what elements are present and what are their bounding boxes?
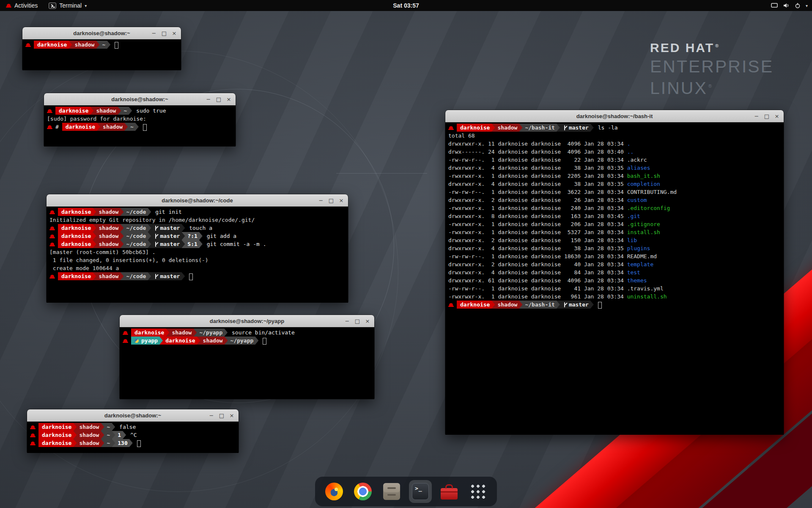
window-titlebar[interactable]: darknoise@shadow:~ − □ ×: [27, 409, 239, 422]
maximize-button[interactable]: □: [217, 411, 226, 420]
close-button[interactable]: ×: [170, 29, 178, 37]
terminal-cursor: [137, 440, 141, 447]
close-button[interactable]: ×: [773, 112, 781, 120]
close-button[interactable]: ×: [337, 196, 346, 204]
terminal-line: darknoiseshadow~/bash-itmaster: [448, 301, 781, 309]
chevron-down-icon: ▾: [85, 3, 87, 8]
rhel-wallpaper-branding: RED HAT® ENTERPRISE LINUX®: [650, 41, 774, 98]
dock-item-toolbox[interactable]: [438, 480, 461, 503]
window-titlebar[interactable]: darknoise@shadow:~/bash-it − □ ×: [445, 110, 784, 122]
firefox-icon: [325, 483, 343, 500]
maximize-button[interactable]: □: [327, 196, 335, 204]
terminal-line: darknoiseshadow~/bash-itmaster ls -la: [448, 124, 781, 132]
system-status-area[interactable]: ▾: [771, 0, 808, 11]
terminal-line: Initialized empty Git repository in /hom…: [49, 216, 345, 224]
window-titlebar[interactable]: darknoise@shadow:~ − □ ×: [22, 27, 181, 39]
close-button[interactable]: ×: [228, 411, 236, 420]
terminal-text: git commit -a -m .: [203, 241, 266, 247]
terminal-content[interactable]: darknoiseshadow~/code git initInitialize…: [47, 207, 348, 303]
git-branch-icon: [562, 125, 567, 130]
wallpaper-line: [336, 173, 427, 174]
app-menu-label: Terminal: [59, 2, 82, 9]
terminal-line: drwxrwxr-x. 2 darknoise darknoise 40 Jan…: [448, 260, 781, 268]
user-segment: darknoise: [55, 107, 93, 115]
terminal-line: drwxrwxr-x. 2 darknoise darknoise 150 Ja…: [448, 236, 781, 244]
terminal-window-sudo: darknoise@shadow:~ − □ × darknoiseshadow…: [44, 93, 236, 146]
activities-button[interactable]: Activities: [4, 0, 39, 11]
terminal-content[interactable]: darknoiseshadow~/bash-itmaster ls -latot…: [445, 122, 784, 435]
maximize-button[interactable]: □: [160, 29, 168, 37]
close-button[interactable]: ×: [363, 317, 372, 325]
git-branch-segment: master: [148, 272, 185, 280]
terminal-line: -rw-rw-r--. 1 darknoise darknoise 41 Jan…: [448, 284, 781, 293]
dock-item-terminal[interactable]: >_: [409, 480, 432, 503]
terminal-text: #: [55, 124, 62, 130]
minimize-button[interactable]: −: [752, 112, 761, 120]
host-segment: shadow: [491, 124, 522, 132]
directory-name: test: [627, 269, 640, 276]
terminal-content[interactable]: darknoiseshadow~: [22, 39, 181, 70]
maximize-button[interactable]: □: [763, 112, 771, 120]
redhat-prompt-icon: [49, 242, 55, 247]
terminal-line: [sudo] password for darknoise:: [47, 115, 233, 123]
window-titlebar[interactable]: darknoise@shadow:~ − □ ×: [44, 93, 236, 105]
terminal-line: # darknoiseshadow~: [47, 123, 233, 131]
maximize-button[interactable]: □: [353, 317, 362, 325]
maximize-button[interactable]: □: [214, 95, 223, 103]
terminal-text: drwxrwxr-x. 8 darknoise darknoise 163 Ja…: [448, 213, 627, 219]
display-icon: [771, 3, 778, 8]
terminal-text: [sudo] password for darknoise:: [47, 116, 146, 122]
window-title: darknoise@shadow:~/pyapp: [210, 318, 284, 324]
terminal-text: drwxrwxr-x. 4 darknoise darknoise 38 Jan…: [448, 245, 627, 251]
window-title: darknoise@shadow:~/code: [162, 197, 233, 204]
redhat-logo-icon: [6, 3, 11, 8]
terminal-line: -rw-rw-r--. 1 darknoise darknoise 18630 …: [448, 252, 781, 260]
user-segment: darknoise: [38, 423, 77, 431]
minimize-button[interactable]: −: [207, 411, 216, 420]
redhat-prompt-icon: [49, 226, 55, 231]
dock-item-files[interactable]: [380, 480, 403, 503]
app-menu-terminal[interactable]: Terminal ▾: [47, 0, 88, 11]
window-titlebar[interactable]: darknoise@shadow:~/code − □ ×: [47, 194, 348, 207]
dock-item-show-applications[interactable]: [466, 480, 489, 503]
path-segment: ~/code: [120, 232, 151, 240]
chrome-icon: [354, 483, 372, 500]
terminal-line: -rw-rw-r--. 1 darknoise darknoise 3622 J…: [448, 188, 781, 196]
directory-name: themes: [627, 277, 647, 284]
terminal-content[interactable]: darknoiseshadow~ falsedarknoiseshadow~1 …: [27, 422, 239, 453]
minimize-button[interactable]: −: [150, 29, 158, 37]
file-cabinet-icon: [383, 483, 400, 500]
host-segment: shadow: [73, 431, 104, 439]
git-branch-icon: [154, 242, 158, 247]
close-button[interactable]: ×: [225, 95, 233, 103]
host-segment: shadow: [93, 224, 123, 232]
minimize-button[interactable]: −: [343, 317, 351, 325]
window-titlebar[interactable]: darknoise@shadow:~/pyapp − □ ×: [120, 315, 374, 327]
dock-item-firefox[interactable]: [323, 480, 346, 503]
user-segment: darknoise: [58, 240, 96, 248]
terminal-text: drwxrwxr-x. 4 darknoise darknoise 38 Jan…: [448, 181, 627, 187]
host-segment: shadow: [93, 208, 123, 216]
terminal-line: darknoiseshadow~ false: [30, 423, 236, 431]
clock[interactable]: Sat 03:57: [393, 2, 419, 9]
terminal-text: [master (root-commit) 50bcb63] .: [49, 249, 155, 255]
redhat-prompt-icon: [30, 441, 36, 446]
terminal-text: -rwxrwxr-x. 1 darknoise darknoise 206 Ja…: [448, 221, 627, 227]
minimize-button[interactable]: −: [204, 95, 213, 103]
terminal-text: -rw-rw-r--. 1 darknoise darknoise 18630 …: [448, 253, 657, 260]
terminal-window-code: darknoise@shadow:~/code − □ × darknoises…: [47, 194, 348, 302]
git-branch-segment: master: [148, 232, 185, 240]
minimize-button[interactable]: −: [317, 196, 325, 204]
toolbox-icon: [441, 488, 458, 500]
window-title: darknoise@shadow:~/bash-it: [576, 113, 653, 119]
terminal-line: drwxrwxr-x. 8 darknoise darknoise 163 Ja…: [448, 212, 781, 220]
terminal-text: drwxrwxr-x. 2 darknoise darknoise 26 Jan…: [448, 197, 627, 203]
terminal-content[interactable]: darknoiseshadow~ sudo true[sudo] passwor…: [44, 105, 236, 146]
terminal-content[interactable]: darknoiseshadow~/pyapp source bin/activa…: [120, 327, 374, 399]
user-segment: darknoise: [62, 123, 100, 131]
executable-name: bash_it.sh: [627, 173, 660, 179]
terminal-line: drwx------. 24 darknoise darknoise 4096 …: [448, 148, 781, 156]
terminal-cursor: [143, 124, 147, 131]
dock-item-chrome[interactable]: [351, 480, 374, 503]
path-segment: ~/pyapp: [225, 337, 259, 345]
